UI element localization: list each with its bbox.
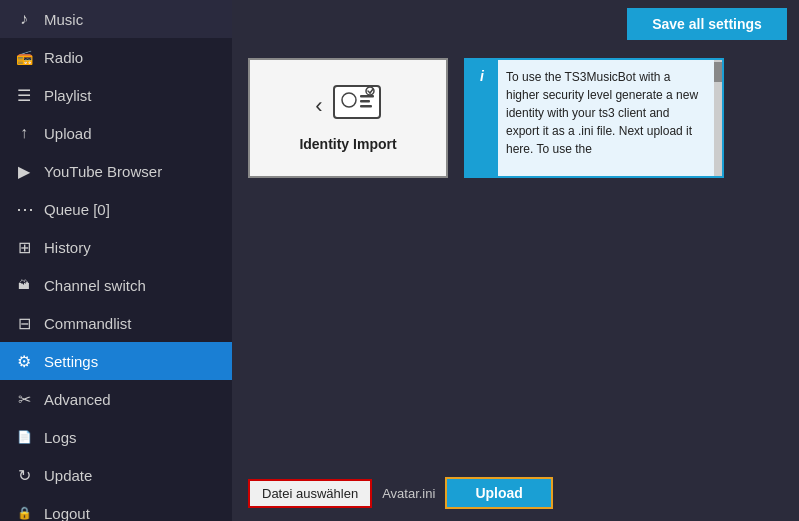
upload-row: Datei auswählen Avatar.ini Upload (232, 465, 799, 521)
logout-icon (14, 503, 34, 521)
upload-icon (14, 123, 34, 143)
queue-icon (14, 199, 34, 219)
sidebar-item-label: Advanced (44, 391, 111, 408)
sidebar-item-update[interactable]: Update (0, 456, 232, 494)
sidebar-item-youtube-browser[interactable]: YouTube Browser (0, 152, 232, 190)
identity-import-box: ‹ Identity Import (248, 58, 448, 178)
sidebar-item-label: Settings (44, 353, 98, 370)
info-icon-area: i (466, 60, 498, 176)
identity-import-label: Identity Import (299, 136, 396, 152)
sidebar-item-label: Playlist (44, 87, 92, 104)
sidebar-item-label: YouTube Browser (44, 163, 162, 180)
sidebar-item-advanced[interactable]: Advanced (0, 380, 232, 418)
info-i-icon: i (480, 68, 484, 84)
sidebar-item-label: Commandlist (44, 315, 132, 332)
sidebar-item-channel-switch[interactable]: Channel switch (0, 266, 232, 304)
back-arrow-icon[interactable]: ‹ (315, 93, 322, 119)
logs-icon (14, 427, 34, 447)
youtube-icon (14, 161, 34, 181)
update-icon (14, 465, 34, 485)
sidebar-item-label: Radio (44, 49, 83, 66)
radio-icon (14, 47, 34, 67)
sidebar-item-logout[interactable]: Logout (0, 494, 232, 521)
sidebar-item-label: History (44, 239, 91, 256)
sidebar-item-label: Logout (44, 505, 90, 522)
advanced-icon (14, 389, 34, 409)
sidebar-item-label: Update (44, 467, 92, 484)
sidebar-item-playlist[interactable]: Playlist (0, 76, 232, 114)
svg-rect-4 (360, 105, 372, 108)
sidebar-item-commandlist[interactable]: Commandlist (0, 304, 232, 342)
identity-icon-area: ‹ (315, 85, 380, 128)
sidebar: Music Radio Playlist Upload YouTube Brow… (0, 0, 232, 521)
file-name-display: Avatar.ini (382, 486, 435, 501)
svg-rect-2 (360, 95, 374, 98)
info-scrollbar[interactable] (714, 60, 722, 176)
music-icon (14, 9, 34, 29)
cmdlist-icon (14, 313, 34, 333)
info-text: To use the TS3MusicBot with a higher sec… (498, 60, 714, 176)
sidebar-item-logs[interactable]: Logs (0, 418, 232, 456)
sidebar-item-label: Logs (44, 429, 77, 446)
upload-button[interactable]: Upload (445, 477, 552, 509)
choose-file-button[interactable]: Datei auswählen (248, 479, 372, 508)
sidebar-item-label: Queue [0] (44, 201, 110, 218)
sidebar-item-label: Channel switch (44, 277, 146, 294)
info-box: i To use the TS3MusicBot with a higher s… (464, 58, 724, 178)
sidebar-item-label: Upload (44, 125, 92, 142)
history-icon (14, 237, 34, 257)
playlist-icon (14, 85, 34, 105)
svg-point-5 (366, 87, 374, 95)
svg-rect-3 (360, 100, 370, 103)
sidebar-item-upload[interactable]: Upload (0, 114, 232, 152)
scrollbar-thumb (714, 62, 722, 82)
sidebar-item-label: Music (44, 11, 83, 28)
channel-icon (14, 275, 34, 295)
top-bar: Save all settings (232, 0, 799, 48)
main-content: Save all settings ‹ (232, 0, 799, 521)
id-card-icon (333, 85, 381, 128)
sidebar-item-queue[interactable]: Queue [0] (0, 190, 232, 228)
sidebar-item-history[interactable]: History (0, 228, 232, 266)
save-all-settings-button[interactable]: Save all settings (627, 8, 787, 40)
sidebar-item-radio[interactable]: Radio (0, 38, 232, 76)
sidebar-item-music[interactable]: Music (0, 0, 232, 38)
content-area: ‹ Identity Import (232, 48, 799, 465)
settings-icon (14, 351, 34, 371)
sidebar-item-settings[interactable]: Settings (0, 342, 232, 380)
